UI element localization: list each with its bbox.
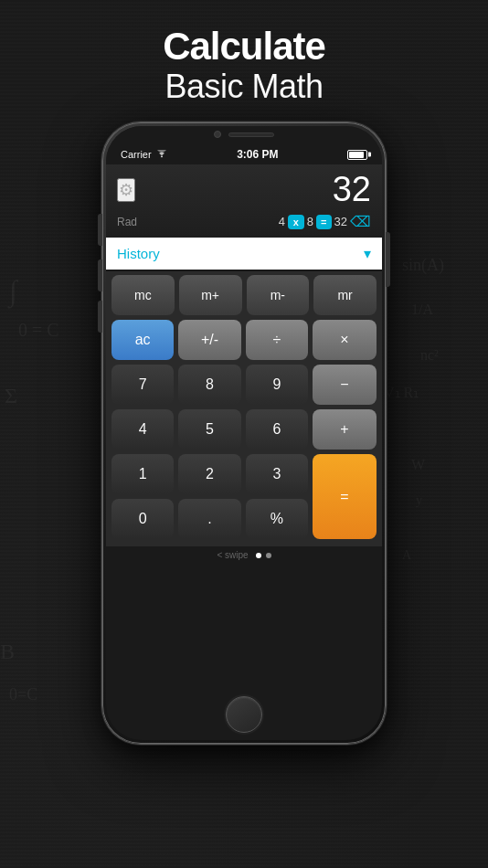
token-num1: 4: [279, 215, 285, 228]
dot-1: [256, 553, 261, 558]
screen-top-row: ⚙ 32: [117, 170, 371, 209]
history-dropdown[interactable]: History ▾: [106, 238, 382, 270]
memory-row: mc m+ m- mr: [111, 275, 377, 315]
dot-2: [266, 553, 271, 558]
history-label: History: [117, 246, 160, 261]
btn-2[interactable]: 2: [178, 454, 240, 494]
btn-multiply[interactable]: ×: [313, 320, 377, 360]
btn-mc[interactable]: mc: [111, 275, 175, 315]
calc-body: ac +/- ÷ 7 8 9 4 5: [111, 320, 377, 539]
token-op1: x: [288, 215, 304, 229]
header-subtitle: Basic Math: [163, 68, 325, 106]
calc-left: ac +/- ÷ 7 8 9 4 5: [111, 320, 308, 539]
btn-percent[interactable]: %: [246, 499, 308, 539]
btn-equals[interactable]: =: [313, 454, 377, 539]
token-eq: =: [316, 215, 331, 229]
btn-5[interactable]: 5: [178, 409, 240, 450]
btn-mr[interactable]: mr: [313, 275, 377, 315]
home-button[interactable]: [226, 696, 262, 733]
header-section: Calculate Basic Math: [163, 0, 325, 106]
btn-1[interactable]: 1: [111, 454, 174, 494]
btn-subtract[interactable]: −: [313, 365, 377, 405]
page-wrapper: ∫ 0 = C Σ sin(A) 1/A nc² V₁ R₁ B 0=C W y…: [0, 0, 488, 868]
battery-icon: [347, 150, 367, 160]
btn-divide[interactable]: ÷: [246, 320, 308, 360]
wifi-icon: [155, 150, 168, 159]
btn-6[interactable]: 6: [246, 409, 308, 450]
btn-add[interactable]: +: [313, 409, 377, 450]
phone-top: [106, 126, 382, 141]
swipe-indicator: < swipe: [106, 546, 382, 566]
history-chevron-icon: ▾: [364, 245, 371, 262]
equation-row: Rad 4 x 8 = 32 ⌫: [117, 213, 371, 230]
swipe-label: < swipe: [217, 550, 248, 560]
btn-m-minus[interactable]: m-: [247, 275, 310, 315]
btn-0[interactable]: 0: [111, 499, 174, 539]
btn-7[interactable]: 7: [111, 365, 174, 405]
btn-3[interactable]: 3: [246, 454, 308, 494]
speaker-bar: [228, 132, 274, 137]
carrier-label: Carrier: [121, 149, 152, 160]
token-result: 32: [334, 215, 347, 228]
calc-buttons: mc m+ m- mr ac +/- ÷: [106, 271, 382, 546]
calc-screen: ⚙ 32 Rad 4 x 8 = 32 ⌫: [106, 164, 382, 238]
btn-plus-minus[interactable]: +/-: [178, 320, 240, 360]
btn-ac[interactable]: ac: [111, 320, 174, 360]
calc-right: × − + =: [313, 320, 377, 539]
status-bar: Carrier 3:06 PM: [106, 141, 382, 164]
equation-tokens: 4 x 8 = 32 ⌫: [279, 213, 371, 230]
btn-9[interactable]: 9: [246, 365, 308, 405]
backspace-button[interactable]: ⌫: [350, 213, 371, 230]
btn-4[interactable]: 4: [111, 409, 174, 450]
camera-dot: [214, 131, 221, 138]
phone-inner: Carrier 3:06 PM ⚙ 32: [106, 126, 382, 740]
settings-button[interactable]: ⚙: [117, 178, 135, 202]
page-dots: [256, 553, 271, 558]
header-title: Calculate: [163, 26, 325, 68]
main-display: 32: [333, 170, 371, 209]
status-carrier: Carrier: [121, 149, 168, 160]
btn-m-plus[interactable]: m+: [179, 275, 242, 315]
token-num2: 8: [307, 215, 313, 228]
rad-label: Rad: [117, 216, 137, 228]
btn-decimal[interactable]: .: [178, 499, 240, 539]
phone-device: Carrier 3:06 PM ⚙ 32: [102, 122, 386, 744]
status-time: 3:06 PM: [237, 148, 278, 161]
btn-8[interactable]: 8: [178, 365, 240, 405]
